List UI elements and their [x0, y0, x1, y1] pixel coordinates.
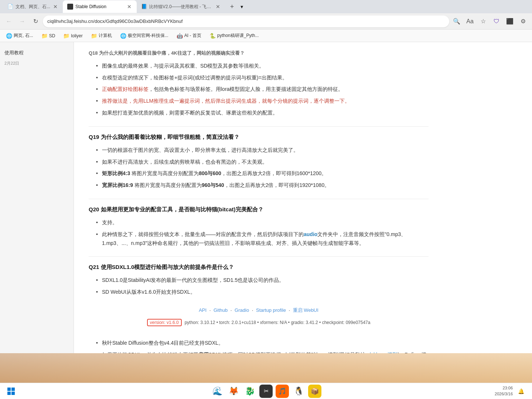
separator-3 [89, 256, 429, 257]
q19-bullet-2: 如果不进行高清放大，后续生成的剪映草稿，也会有黑边的，不太美观。 [96, 158, 429, 167]
bookmark-python[interactable]: 🐍 python稿研课_Pyth... [207, 32, 262, 40]
bookmarks-bar: 🌐 网页, 石... 📁 SD 📁 loliyer 📁 计算机 🌐 极空间官网-… [0, 30, 532, 42]
q21-title: Q21 使用SDXL1.0模型进行绘图与放大的前提条件是什么？ [89, 263, 429, 272]
reload-button[interactable]: ↻ [30, 16, 41, 27]
tab3-close-button[interactable]: ✕ [215, 3, 221, 10]
api-bar: API · Github · Gradio · Startup profile … [197, 307, 320, 314]
bookmark-icon-5: 🌐 [120, 33, 126, 39]
taskbar: 🌊 🦊 🐉 ✂ 🎵 🐧 📦 23:06 2026/3/16 🔔 [0, 383, 532, 384]
search-icon[interactable]: 🔍 [451, 16, 463, 27]
reader-mode-icon[interactable]: Aa [464, 16, 476, 27]
bookmark-folder-icon-1: 🌐 [6, 33, 12, 39]
bookmark-sd[interactable]: 📁 SD [38, 32, 58, 40]
separator-1 [89, 126, 429, 127]
q21-bullets-1: SDXL1.0是StabilityAI发布的最新一代的文生图模型，SD1.5也是… [96, 276, 429, 297]
tab-inactive-3[interactable]: 📘 比特猫V2.0——使用教程 - 飞书... ✕ [137, 0, 225, 13]
shield-icon[interactable]: 🛡 [491, 16, 502, 27]
q20-bullet-1: 支持。 [96, 218, 429, 227]
bookmark-label-3: loliyer [71, 33, 82, 38]
q18-partial-title: Q18 为什么大刚片的视频看目脸中痛，4K往这了，网站的视频确实没看？ [89, 50, 429, 57]
q18-bullet-2: 在模型选定的情况下，绘图标签+提示词(或经过调整的提示词与权重)=出图结果。 [96, 74, 429, 82]
new-tab-button[interactable]: + [227, 1, 237, 12]
separator-2 [89, 199, 429, 199]
q19-title: Q19 为什么我的图看着比较糊，即细节很粗糙，简直没法看？ [89, 133, 429, 141]
browser-toolbar-icons: 🔍 Aa ☆ 🛡 ⬛ ⚙ [451, 16, 529, 27]
q18-section: Q18 为什么大刚片的视频看目脸中痛，4K往这了，网站的视频确实没看？ 图像生成… [89, 50, 429, 117]
bookmark-label-5: 极空间官网-科技保... [128, 33, 168, 39]
github-link[interactable]: Github [214, 307, 228, 313]
sidebar: 使用教程 2月22日 [0, 42, 74, 384]
q21-bullet-3: 秋叶Stable Diffusion整合包v4.4目前已经支持SDXL。 [96, 339, 429, 348]
version-box: version: v1.6.0 python: 3.10.12 • torch:… [143, 317, 375, 328]
startup-link[interactable]: Startup profile [256, 307, 286, 313]
forward-button[interactable]: → [16, 16, 28, 27]
bookmark-label-2: SD [49, 33, 55, 38]
tab1-favicon: 📄 [7, 4, 13, 10]
q21-bullet-2: SD WebUI从版本v1.6.0开始支持SDXL。 [96, 288, 429, 297]
tab-bar: 📄 文档、网页、石... ✕ Stable Diffusion ✕ 📘 比特猫V… [0, 0, 532, 13]
bookmark-jikong[interactable]: 🌐 极空间官网-科技保... [117, 32, 171, 40]
page-background-image [0, 353, 532, 383]
q21-bullet-1: SDXL1.0是StabilityAI发布的最新一代的文生图模型，SD1.5也是… [96, 276, 429, 285]
bookmark-webpages[interactable]: 🌐 网页, 石... [3, 32, 36, 40]
tab3-favicon: 📘 [141, 4, 147, 10]
q19-bold-size43: 800与600 [199, 170, 221, 176]
bookmark-label-7: python稿研课_Pyth... [217, 33, 259, 39]
settings-icon[interactable]: ⚙ [517, 16, 529, 27]
bookmark-folder-icon-3: 📁 [63, 33, 69, 39]
bookmark-label-1: 网页, 石... [14, 33, 33, 39]
collections-icon[interactable]: ⬛ [504, 16, 516, 27]
tab3-title: 比特猫V2.0——使用教程 - 飞书... [149, 4, 213, 10]
tab1-close-button[interactable]: ✕ [52, 3, 58, 10]
tab-dropdown-button[interactable]: ▾ [237, 2, 246, 11]
q19-bold-ratio43: 矩形比例4:3 [102, 170, 130, 176]
version-tag: version: v1.6.0 [147, 319, 182, 326]
q19-bullets: 一切的根源在于图片的宽、高设置太小，即分辨率太低，进行高清放大之后就完美了。 如… [96, 146, 429, 190]
gradio-link[interactable]: Gradio [235, 307, 249, 313]
page-bg-overlay [0, 353, 532, 383]
bookmark-folder-icon-2: 📁 [41, 33, 48, 39]
q18-red-link-1[interactable]: 正确配置好绘图标签 [102, 86, 149, 92]
q20-bullet-2: 此种情形之下，就得按照分镜文本，批量生成——对应的配音文件，然后扔到该项目下的a… [96, 230, 429, 248]
bookmark-computer[interactable]: 📁 计算机 [88, 32, 115, 40]
browser-chrome: 📄 文档、网页、石... ✕ Stable Diffusion ✕ 📘 比特猫V… [0, 0, 532, 42]
q19-bullet-1: 一切的根源在于图片的宽、高设置太小，即分辨率太低，进行高清放大之后就完美了。 [96, 146, 429, 155]
tab2-close-button[interactable]: ✕ [126, 3, 132, 10]
q21-section: Q21 使用SDXL1.0模型进行绘图与放大的前提条件是什么？ SDXL1.0是… [89, 263, 429, 368]
sidebar-date: 2月22日 [0, 59, 74, 68]
bookmark-folder-icon-4: 📁 [91, 33, 97, 39]
api-link[interactable]: API [199, 307, 207, 313]
sdwebui-version-image: API · Github · Gradio · Startup profile … [89, 303, 429, 333]
q20-title: Q20 如果想用更加专业的配音工具，是否能与比特猫(bitcat)完美配合？ [89, 205, 429, 214]
tab2-favicon [67, 4, 73, 10]
q18-bullet-5: 如果想打造更加优质的视频，则需要不断的反复尝试、琢磨这些相关的配置。 [96, 109, 429, 117]
q18-bullet-1: 图像生成的最终效果，与提示词及其权重、SD模型及其参数等强相关。 [96, 62, 429, 71]
bookmark-icon-7: 🐍 [209, 33, 216, 39]
q19-bold-size169: 960与540 [202, 182, 224, 188]
q19-bullet-4: 宽屏比例16:9 将图片宽度与高度分别配置为960与540，出图之后再放大2倍，… [96, 181, 429, 190]
version-info: python: 3.10.12 • torch: 2.0.1+cu118 • x… [185, 320, 371, 325]
tab-active-stable-diffusion[interactable]: Stable Diffusion ✕ [63, 0, 137, 13]
restart-link[interactable]: 重启 WebUI [293, 307, 318, 313]
q19-bullet-3: 矩形比例4:3 将图片宽度与高度分别配置为800与600，出图之后再放大2倍，即… [96, 169, 429, 178]
bookmark-label-6: AI - 首页 [184, 33, 201, 39]
q18-bullet-4: 推荐做法是，先用LLM推理生成一遍提示词，然后弹出提示词生成器，就每个分镜的提示… [96, 97, 429, 106]
tab2-title: Stable Diffusion [75, 4, 124, 9]
q18-bullets: 图像生成的最终效果，与提示词及其权重、SD模型及其参数等强相关。 在模型选定的情… [96, 62, 429, 117]
tab-inactive-1[interactable]: 📄 文档、网页、石... ✕ [3, 0, 63, 13]
address-bar: ← → ↻ 🔍 Aa ☆ 🛡 ⬛ ⚙ [0, 13, 532, 30]
q20-bullets: 支持。 此种情形之下，就得按照分镜文本，批量生成——对应的配音文件，然后扔到该项… [96, 218, 429, 248]
main-content: Q18 为什么大刚片的视频看目脸中痛，4K往这了，网站的视频确实没看？ 图像生成… [74, 42, 443, 384]
q19-bold-ratio169: 宽屏比例16:9 [102, 182, 133, 188]
sidebar-doc-title: 使用教程 [0, 47, 74, 59]
q20-audio-link: audio [304, 231, 317, 237]
back-button[interactable]: ← [3, 16, 15, 27]
q19-section: Q19 为什么我的图看着比较糊，即细节很粗糙，简直没法看？ 一切的根源在于图片的… [89, 133, 429, 190]
tab1-title: 文档、网页、石... [16, 4, 50, 10]
bookmark-label-4: 计算机 [99, 33, 112, 39]
bookmark-ai[interactable]: 🤖 AI - 首页 [174, 32, 204, 40]
q20-section: Q20 如果想用更加专业的配音工具，是否能与比特猫(bitcat)完美配合？ 支… [89, 205, 429, 248]
address-input[interactable] [43, 16, 449, 27]
bookmark-icon[interactable]: ☆ [477, 16, 489, 27]
bookmark-loliyer[interactable]: 📁 loliyer [60, 32, 85, 40]
